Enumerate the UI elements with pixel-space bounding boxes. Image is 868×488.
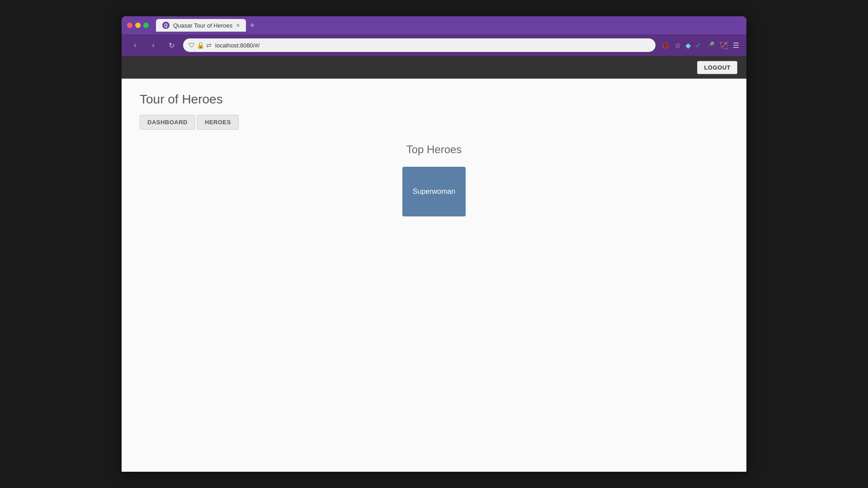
minimize-button[interactable] [135, 23, 141, 28]
app-container: LOGOUT Tour of Heroes DASHBOARD HEROES T… [122, 56, 746, 472]
heroes-nav-button[interactable]: HEROES [197, 115, 239, 130]
tab-bar: Q Quasar Tour of Heroes × + [156, 19, 741, 32]
address-bar[interactable]: 🛡 🔒 ⇄ localhost:8080/#/ [183, 38, 656, 52]
tab-title: Quasar Tour of Heroes [173, 22, 232, 29]
browser-window: Q Quasar Tour of Heroes × + ‹ › ↻ 🛡 🔒 ⇄ … [122, 16, 746, 472]
vpn-icon[interactable]: ✓ [695, 41, 701, 50]
forward-button[interactable]: › [147, 39, 160, 52]
hero-card-name: Superwoman [409, 184, 459, 199]
address-text: localhost:8080/#/ [215, 42, 259, 49]
dashboard-nav-button[interactable]: DASHBOARD [140, 115, 195, 130]
page-title: Tour of Heroes [140, 92, 728, 107]
app-navbar: LOGOUT [122, 56, 746, 79]
heroes-grid: Superwoman [402, 167, 466, 216]
toolbar-right-icons: 🐞 ☆ ◆ ✓ 🎤 🏹 ☰ [661, 41, 739, 50]
shield-icon: 🛡 [189, 42, 195, 49]
menu-icon[interactable]: ☰ [733, 41, 739, 50]
mic-icon[interactable]: 🎤 [706, 41, 715, 50]
shield2-icon[interactable]: 🏹 [719, 41, 728, 50]
extensions-icon[interactable]: 🐞 [661, 41, 670, 50]
address-security-icons: 🛡 🔒 ⇄ [189, 42, 212, 49]
browser-tab[interactable]: Q Quasar Tour of Heroes × [156, 19, 246, 32]
browser-toolbar: ‹ › ↻ 🛡 🔒 ⇄ localhost:8080/#/ 🐞 ☆ ◆ ✓ 🎤 … [122, 34, 746, 56]
bookmark-icon[interactable]: ☆ [675, 41, 681, 50]
pocket-icon[interactable]: ◆ [685, 41, 691, 50]
lock-icon: 🔒 [197, 42, 204, 49]
logout-button[interactable]: LOGOUT [697, 61, 737, 74]
dashboard-section: Top Heroes Superwoman [140, 143, 728, 216]
top-heroes-title: Top Heroes [406, 143, 462, 156]
app-content: Tour of Heroes DASHBOARD HEROES Top Hero… [122, 79, 746, 472]
traffic-lights [127, 23, 149, 28]
hero-card[interactable]: Superwoman [402, 167, 466, 216]
tab-favicon: Q [162, 22, 170, 29]
nav-buttons: DASHBOARD HEROES [140, 115, 728, 130]
browser-titlebar: Q Quasar Tour of Heroes × + [122, 16, 746, 34]
close-button[interactable] [127, 23, 132, 28]
maximize-button[interactable] [143, 23, 149, 28]
new-tab-button[interactable]: + [248, 21, 256, 30]
refresh-button[interactable]: ↻ [165, 39, 178, 52]
tab-close-icon[interactable]: × [236, 22, 240, 28]
sync-icon: ⇄ [206, 42, 212, 49]
back-button[interactable]: ‹ [129, 39, 142, 52]
